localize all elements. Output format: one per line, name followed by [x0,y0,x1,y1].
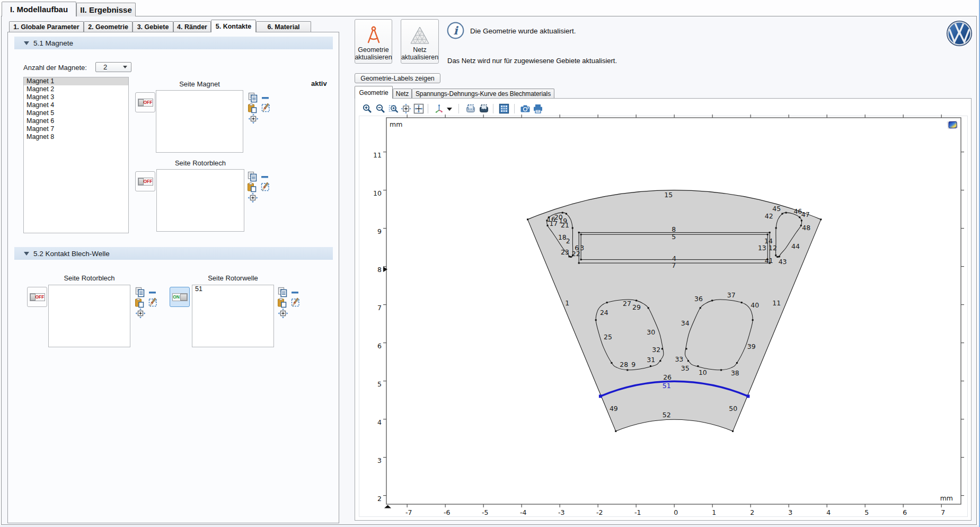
geometry-vertex [775,254,776,256]
zoom-to-selection-icon[interactable] [135,308,146,319]
edge-label: 45 [772,205,781,213]
selection-list-seite-rotorblech[interactable] [156,169,244,232]
magnet-list-item[interactable]: Magnet 2 [24,85,128,93]
edge-label: 31 [647,356,655,364]
x-tick-label: -7 [405,508,412,516]
geometry-vertex [615,431,616,432]
selection-list-seite-magnet[interactable] [156,90,243,153]
magnet-list[interactable]: Magnet 1Magnet 2Magnet 3Magnet 4Magnet 5… [23,77,129,233]
zoom-to-selection-icon[interactable] [248,192,258,203]
clear-selection-icon[interactable] [290,297,301,308]
paste-icon[interactable] [246,182,257,192]
paste-icon[interactable] [277,297,287,308]
form-tab-label: 5. Kontakte [216,23,251,30]
edge-label: 52 [663,411,671,419]
anzahl-combo-value: 2 [96,63,123,71]
toggle-kontakt-rotorblech[interactable]: OFF [27,287,47,307]
selection-entry[interactable]: 51 [192,285,273,293]
section-header-magnete[interactable]: 5.1 Magnete [14,37,333,49]
geometrie-labels-button[interactable]: Geometrie-Labels zeigen [355,73,440,83]
edge-label: 17 [549,219,558,227]
form-tab-label: 2. Geometrie [88,23,128,31]
geometrie-aktualisieren-button[interactable]: Geometrie aktualisieren [355,19,392,64]
info-icon: i [447,22,464,39]
magnet-list-item[interactable]: Magnet 8 [24,133,128,141]
edge-label: 13 [758,244,766,252]
clear-selection-icon[interactable] [260,181,270,192]
grid-icon[interactable] [499,103,509,114]
zoom-extents-icon[interactable] [401,103,411,114]
image-snapshot-dark-icon[interactable] [479,103,489,114]
form-tab-5[interactable]: 5. Kontakte [211,20,256,32]
toggle-seite-rotorblech[interactable]: OFF [135,171,155,191]
seite-rotorblech-label: Seite Rotorblech [156,159,244,167]
paste-icon[interactable] [134,297,145,308]
paste-icon[interactable] [247,103,258,113]
collapse-triangle-icon [24,41,29,45]
remove-icon[interactable] [147,287,158,298]
anzahl-combo[interactable]: 2 [95,62,131,72]
netz-aktualisieren-button[interactable]: Netz aktualisieren [401,19,439,64]
zoom-in-icon[interactable] [362,103,373,114]
image-snapshot-icon[interactable] [465,103,476,114]
tab-ergebnisse[interactable]: II. Ergebnisse [76,3,136,16]
tab-modellaufbau[interactable]: I. Modellaufbau [2,2,76,16]
clear-selection-icon[interactable] [147,297,158,308]
section-title: 5.1 Magnete [33,39,73,47]
magnet-list-item[interactable]: Magnet 3 [24,93,128,101]
form-tab-2[interactable]: 2. Geometrie [84,21,133,32]
magnet-list-item[interactable]: Magnet 1 [24,77,128,85]
magnet-list-item[interactable]: Magnet 4 [24,101,128,109]
x-tick-label: 5 [864,508,869,516]
button-label: aktualisieren [355,54,392,62]
graphics-tab-netz[interactable]: Netz [393,89,412,99]
clear-selection-icon[interactable] [260,102,271,113]
go-to-default-view-icon[interactable] [434,103,444,114]
edge-label: 28 [620,361,628,368]
toolbar-separator [493,104,493,113]
mesh-icon [409,24,430,47]
form-tab-label: 1. Globale Parameter [13,23,79,31]
copy-icon[interactable] [248,92,258,103]
geometry-vertex [527,218,528,220]
toggle-seite-magnet[interactable]: OFF [135,92,155,112]
remove-icon[interactable] [260,172,270,182]
remove-icon[interactable] [290,287,301,298]
toggle-thumb [138,99,144,106]
y-tick-label: 5 [377,380,382,388]
toggle-thumb [138,178,144,185]
graphics-tab-geometrie[interactable]: Geometrie [355,86,393,99]
camera-icon[interactable] [520,103,531,114]
copy-icon[interactable] [135,287,145,297]
edge-label: 47 [801,210,810,218]
copy-icon[interactable] [277,287,288,297]
section-header-kontakt[interactable]: 5.2 Kontakt Blech-Welle [14,247,333,260]
form-tab-6[interactable]: 6. Material [256,21,311,32]
magnet-list-item[interactable]: Magnet 6 [24,117,128,125]
zoom-box-icon[interactable] [389,103,399,114]
zoom-to-selection-icon[interactable] [278,308,288,319]
plot-mini-icon[interactable] [949,122,957,128]
form-tab-1[interactable]: 1. Globale Parameter [9,21,84,32]
copy-icon[interactable] [247,171,258,182]
edge-label: 44 [791,242,800,250]
geometry-plot[interactable]: 1545464742484443162019172118223226385471… [355,98,972,521]
magnet-list-item[interactable]: Magnet 7 [24,125,128,133]
form-tab-4[interactable]: 4. Ränder [173,21,211,32]
form-tab-label: 3. Gebiete [137,23,169,31]
selection-list-kontakt-rotorblech[interactable] [48,285,130,347]
zoom-out-icon[interactable] [375,103,386,114]
geometry-vertex [700,307,701,309]
remove-icon[interactable] [260,93,271,103]
form-tab-3[interactable]: 3. Gebiete [133,21,173,32]
toggle-kontakt-rotorwelle[interactable]: ON [170,287,190,307]
geometry-vertex [767,234,769,235]
selection-list-kontakt-rotorwelle[interactable]: 51 [192,285,274,347]
graphics-tab-label: Geometrie [359,89,388,96]
dropdown-arrow-icon[interactable] [447,108,452,111]
zoom-to-selection-icon[interactable] [248,113,259,124]
zoom-extents-large-icon[interactable] [413,103,424,114]
graphics-tab-spannungs-dehnungs-kurve[interactable]: Spannungs-Dehnungs-Kurve des Blechmateri… [412,89,554,99]
magnet-list-item[interactable]: Magnet 5 [24,109,128,117]
print-icon[interactable] [533,103,543,114]
